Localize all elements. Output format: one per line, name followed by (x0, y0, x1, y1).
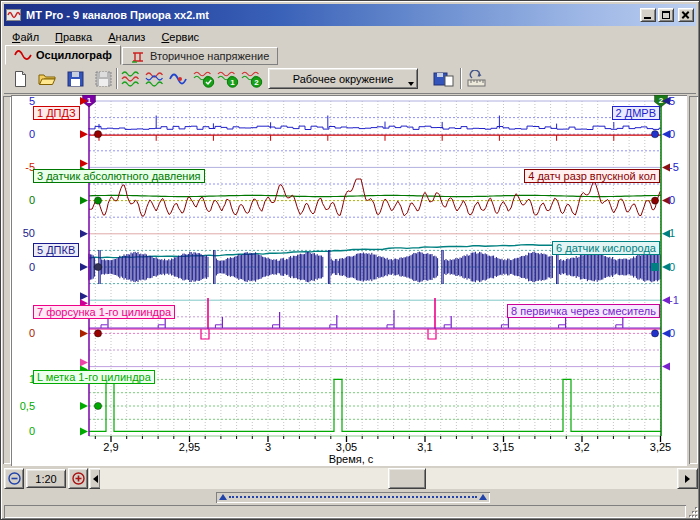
x-tick-label: 3,05 (325, 441, 369, 453)
y-axis-label-right: -5 (669, 161, 689, 174)
level-marker-left[interactable] (80, 263, 88, 271)
level-marker-left[interactable] (80, 130, 88, 138)
y-axis-label-left: -5 (11, 161, 35, 174)
time-scrollbar-thumb[interactable] (388, 468, 426, 489)
cursor-2-flag-label: 2 (659, 96, 664, 105)
dropdown-arrow-icon (408, 82, 414, 86)
waves-compare-button[interactable] (144, 67, 167, 90)
y-axis-label-right: 5 (669, 95, 689, 108)
x-tick-label: 2,9 (89, 441, 133, 453)
zoom-out-icon (8, 472, 21, 485)
level-marker-left[interactable] (80, 159, 88, 167)
y-axis-label-left: 0,5 (11, 400, 35, 413)
zoom-in-button[interactable] (68, 468, 88, 489)
x-axis-title: Время, с (251, 453, 451, 465)
workspace-selector-label: Рабочее окружение (293, 73, 394, 85)
y-axis-label-left: 50 (11, 227, 35, 240)
y-axis-label-right: 0 (669, 261, 689, 274)
x-tick-label: 3 (246, 441, 290, 453)
save-environment-button[interactable] (432, 67, 455, 90)
channel-label-6[interactable]: 6 датчик кислорода (552, 241, 660, 255)
waves-accept-icon (193, 70, 215, 88)
maximize-button[interactable] (658, 8, 674, 22)
menu-item-Сервис[interactable]: Сервис (153, 29, 207, 45)
y-axis-label-right: 1 (669, 227, 689, 240)
cursor-value-dot (651, 263, 659, 271)
cursor-value-dot (94, 131, 101, 138)
channel-label-2[interactable]: 2 ДМРВ (612, 106, 660, 120)
channel-label-8[interactable]: 8 первичка через смеситель (507, 304, 660, 318)
waves-preset-1-icon: 1 (217, 70, 239, 88)
window-title: MT Pro - 9 каналов Приора xx2.mt (26, 9, 638, 21)
level-marker-left[interactable] (80, 329, 88, 337)
measure-ruler-icon (466, 70, 488, 88)
cursor-value-dot (651, 131, 658, 138)
tab-secondary-voltage[interactable]: Вторичное напряжение (122, 47, 278, 65)
wave-loop-button[interactable] (168, 67, 191, 90)
overview-range-slider[interactable] (216, 492, 490, 503)
measure-button[interactable] (465, 67, 488, 90)
left-pan-strip[interactable] (3, 96, 11, 464)
menu-item-Анализ[interactable]: Анализ (100, 29, 153, 45)
x-tick-label: 2,95 (168, 441, 212, 453)
y-axis-label-right: 0 (669, 194, 689, 207)
channel-label-3[interactable]: 3 датчик абсолютного давления (33, 169, 205, 183)
menu-item-Файл[interactable]: Файл (4, 29, 47, 45)
channel-label-4[interactable]: 4 датч разр впускной кол (524, 169, 660, 183)
title-bar: MT Pro - 9 каналов Приора xx2.mt (4, 4, 696, 26)
trace-ch9 (89, 379, 661, 431)
waves-accept-button[interactable] (192, 67, 215, 90)
scroll-step-right-button[interactable] (677, 468, 698, 489)
level-marker-left[interactable] (80, 427, 88, 435)
secondary-voltage-icon (131, 50, 146, 63)
cursor-value-dot (94, 330, 101, 337)
menu-bar: ФайлПравкаАнализСервис (4, 27, 696, 46)
tab-oscilloscope[interactable]: Осциллограф (5, 45, 121, 65)
minimize-button[interactable] (640, 8, 656, 22)
channel-label-7[interactable]: 7 форсунка 1-го цилиндра (33, 305, 175, 319)
cursor-value-dot (651, 330, 658, 337)
level-marker-left[interactable] (80, 402, 88, 410)
level-marker-left[interactable] (80, 292, 88, 300)
save-copy-button-disabled[interactable] (92, 67, 115, 90)
waves-compare-icon (145, 70, 167, 88)
waves-all-button[interactable] (120, 67, 143, 90)
channel-label-9[interactable]: L метка 1-го цилиндра (33, 370, 155, 384)
y-axis-label-right: 0 (669, 327, 689, 340)
oscilloscope-plot: 12 Время, с 2,92,9533,053,13,153,23,2550… (11, 95, 687, 466)
range-start-handle[interactable] (219, 494, 227, 500)
cursor-value-dot (94, 263, 101, 270)
waves-preset-2-button[interactable]: 2 (240, 67, 263, 90)
workspace-selector[interactable]: Рабочее окружение (268, 68, 418, 89)
zoom-out-button[interactable] (4, 468, 24, 489)
trace-ch2 (89, 126, 661, 129)
resize-grip[interactable] (688, 506, 699, 518)
menu-item-Правка[interactable]: Правка (47, 29, 100, 45)
waves-all-icon (121, 70, 143, 88)
save-button[interactable] (64, 67, 87, 90)
waves-preset-2-icon: 2 (241, 70, 263, 88)
waves-preset-1-button[interactable]: 1 (216, 67, 239, 90)
y-axis-label-left: 0 (11, 128, 35, 141)
range-end-handle[interactable] (479, 494, 487, 500)
level-marker-left[interactable] (80, 197, 88, 205)
close-button[interactable] (678, 8, 694, 22)
tab-oscilloscope-label: Осциллограф (36, 49, 112, 61)
trace-ch4 (89, 179, 660, 216)
app-window: MT Pro - 9 каналов Приора xx2.mt ФайлПра… (0, 0, 700, 520)
new-file-button[interactable] (8, 67, 31, 90)
save-floppy-icon (66, 70, 85, 88)
open-file-button[interactable] (36, 67, 59, 90)
level-marker-right[interactable] (662, 363, 670, 371)
right-pan-strip[interactable] (689, 96, 698, 464)
save-copy-disabled-icon (94, 70, 113, 88)
y-axis-label-left: 0 (11, 261, 35, 274)
y-axis-label-left: 1 (11, 373, 35, 386)
new-file-icon (10, 70, 30, 88)
save-environment-icon (433, 70, 455, 88)
level-marker-left[interactable] (80, 359, 88, 367)
channel-label-5[interactable]: 5 ДПКВ (33, 243, 79, 257)
y-axis-label-left: 5 (11, 95, 35, 108)
level-marker-left[interactable] (80, 230, 88, 238)
channel-label-1[interactable]: 1 ДПДЗ (33, 106, 80, 120)
